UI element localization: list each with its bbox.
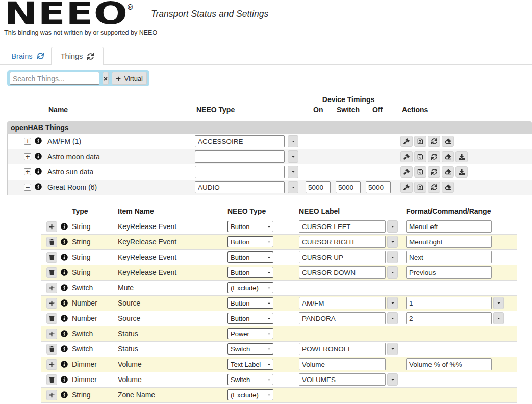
info-icon[interactable] [61,223,68,230]
save-button[interactable] [414,151,426,162]
expand-button[interactable]: + [24,153,31,160]
collapse-button[interactable]: − [24,184,31,191]
info-icon[interactable] [35,183,42,190]
expand-button[interactable]: + [24,138,31,145]
refresh-button[interactable] [428,151,440,162]
add-virtual-button[interactable]: Virtual [112,72,147,85]
neeo-label-input[interactable] [299,220,386,233]
neeo-type-select[interactable]: Button [227,221,273,232]
search-input[interactable] [10,72,99,85]
neeo-label-dropdown-button[interactable] [387,251,398,263]
delete-channel-button[interactable] [46,252,57,263]
neeo-type-select[interactable]: Switch [227,374,273,385]
info-icon[interactable] [35,153,42,160]
download-button[interactable] [455,151,468,162]
neeo-label-input[interactable] [299,312,386,324]
add-channel-button[interactable] [46,359,57,370]
format-dropdown-button[interactable] [493,312,504,324]
neeo-label-dropdown-button[interactable] [387,220,398,233]
neeo-label-input[interactable] [299,343,386,355]
info-icon[interactable] [61,345,68,352]
info-icon[interactable] [61,254,68,261]
neeo-type-input[interactable] [195,135,285,147]
format-dropdown-button[interactable] [493,297,504,309]
delete-channel-button[interactable] [46,237,57,247]
tab-brains[interactable]: Brains [5,47,50,64]
neeo-label-dropdown-button[interactable] [387,312,398,324]
neeo-label-input[interactable] [299,297,386,309]
format-input[interactable] [406,312,492,324]
timing-off-input[interactable] [366,181,391,193]
info-icon[interactable] [61,391,68,398]
neeo-type-dropdown-button[interactable] [288,135,298,147]
format-input[interactable] [406,251,492,263]
neeo-label-dropdown-button[interactable] [387,373,398,386]
refresh-icon[interactable] [37,53,44,59]
clear-search-button[interactable] [103,72,109,85]
neeo-label-dropdown-button[interactable] [387,266,398,279]
refresh-button[interactable] [428,136,440,147]
format-input[interactable] [406,220,492,233]
neeo-type-select[interactable]: Switch [227,343,273,355]
format-input[interactable] [406,358,492,370]
neeo-type-input[interactable] [195,166,285,178]
neeo-type-select[interactable]: (Exclude) [227,282,273,293]
timing-switch-input[interactable] [336,181,361,193]
gavel-button[interactable] [400,151,413,162]
neeo-type-dropdown-button[interactable] [288,181,298,193]
neeo-type-select[interactable]: Button [227,297,273,309]
save-button[interactable] [414,182,426,193]
format-input[interactable] [406,266,492,279]
neeo-type-input[interactable] [195,181,285,193]
neeo-label-input[interactable] [299,373,386,386]
add-channel-button[interactable] [46,390,57,400]
info-icon[interactable] [61,361,68,368]
neeo-label-dropdown-button[interactable] [387,297,398,309]
refresh-icon[interactable] [87,53,94,60]
refresh-button[interactable] [428,166,440,178]
neeo-type-select[interactable]: (Exclude) [227,389,273,400]
info-icon[interactable] [35,168,42,175]
neeo-type-select[interactable]: Power [227,328,273,339]
neeo-label-dropdown-button[interactable] [387,343,398,355]
add-channel-button[interactable] [46,329,57,339]
erase-button[interactable] [442,136,454,147]
delete-channel-button[interactable] [46,267,57,278]
info-icon[interactable] [61,376,68,383]
delete-channel-button[interactable] [46,313,57,324]
neeo-type-select[interactable]: Button [227,313,273,324]
add-channel-button[interactable] [46,221,57,232]
neeo-type-dropdown-button[interactable] [288,166,298,178]
neeo-type-select[interactable]: Text Label [227,359,273,370]
info-icon[interactable] [61,238,68,245]
format-input[interactable] [406,297,492,309]
neeo-label-input[interactable] [299,266,386,279]
neeo-label-input[interactable] [299,358,386,370]
gavel-button[interactable] [400,136,413,147]
neeo-type-select[interactable]: Button [227,267,273,278]
info-icon[interactable] [61,299,68,307]
delete-channel-button[interactable] [46,344,57,355]
info-icon[interactable] [61,315,68,322]
refresh-button[interactable] [428,182,440,193]
tab-things[interactable]: Things [51,47,104,65]
neeo-type-input[interactable] [195,150,285,163]
add-channel-button[interactable] [46,283,57,293]
download-button[interactable] [455,166,468,178]
info-icon[interactable] [61,284,68,291]
neeo-type-select[interactable]: Button [227,236,273,247]
save-button[interactable] [414,136,426,147]
add-channel-button[interactable] [46,298,57,309]
save-button[interactable] [414,166,426,178]
format-input[interactable] [406,236,492,248]
neeo-label-input[interactable] [299,236,386,248]
neeo-type-dropdown-button[interactable] [288,150,298,163]
neeo-label-dropdown-button[interactable] [387,236,398,248]
neeo-label-input[interactable] [299,251,386,263]
gavel-button[interactable] [400,182,413,193]
neeo-type-select[interactable]: Button [227,251,273,263]
erase-button[interactable] [442,182,454,193]
erase-button[interactable] [442,166,454,178]
info-icon[interactable] [61,330,68,337]
erase-button[interactable] [442,151,454,162]
